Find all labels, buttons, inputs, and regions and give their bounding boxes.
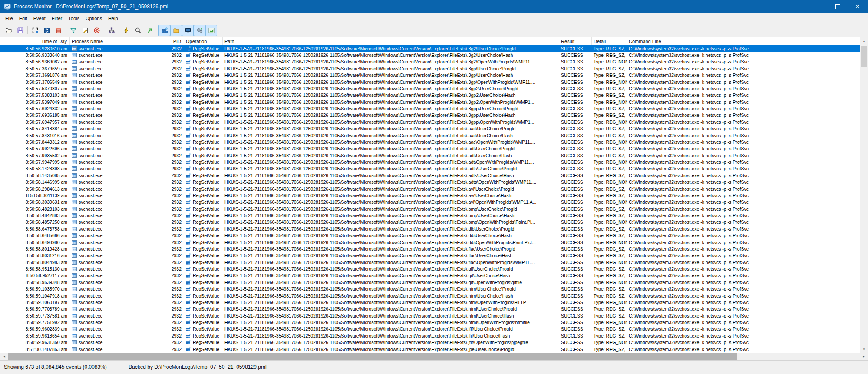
highlight-button[interactable] [79, 25, 91, 36]
maximize-button[interactable] [828, 0, 848, 13]
menu-file[interactable]: File [2, 13, 16, 24]
minimize-button[interactable] [808, 0, 828, 13]
show-file-system-activity-toggle[interactable] [170, 25, 182, 36]
process-icon [72, 313, 77, 318]
filter-button[interactable] [67, 25, 79, 36]
table-row[interactable]: 8:50:58.9539348 amsvchost.exe2932RegSetV… [0, 279, 861, 285]
table-row[interactable]: 8:50:57.9922696 amsvchost.exe2932RegSetV… [0, 146, 861, 152]
table-row[interactable]: 8:50:57.6947957 amsvchost.exe2932RegSetV… [0, 119, 861, 125]
horizontal-scroll-thumb[interactable] [8, 353, 737, 360]
column-header-pid[interactable]: PID [162, 37, 184, 45]
menu-help[interactable]: Help [105, 13, 121, 24]
path-cell: HKU\S-1-5-21-71181966-3549817066-1250281… [223, 133, 559, 138]
column-header-detail[interactable]: Detail [592, 37, 627, 45]
column-header-operation[interactable]: Operation [184, 37, 223, 45]
table-row[interactable]: 8:50:58.1423398 amsvchost.exe2932RegSetV… [0, 165, 861, 172]
process-icon [72, 240, 77, 245]
autoscroll-button[interactable] [41, 25, 53, 36]
pid-cell: 2932 [162, 146, 184, 151]
table-row[interactable]: 8:50:56.9280610 amsvchost.exe2932RegSetV… [0, 45, 861, 52]
menu-event[interactable]: Event [30, 13, 49, 24]
include-process-button[interactable] [91, 25, 102, 36]
menu-options[interactable]: Options [83, 13, 105, 24]
table-row[interactable]: 8:50:59.9618654 amsvchost.exe2932RegSetV… [0, 332, 861, 339]
table-row[interactable]: 8:50:57.9947995 amsvchost.exe2932RegSetV… [0, 159, 861, 165]
table-row[interactable]: 8:50:58.3011139 amsvchost.exe2932RegSetV… [0, 192, 861, 199]
horizontal-scrollbar[interactable]: ◀ ▶ [0, 353, 868, 360]
open-button[interactable] [3, 25, 14, 36]
table-row[interactable]: 8:50:58.6498980 amsvchost.exe2932RegSetV… [0, 239, 861, 245]
column-header-process[interactable]: Process Name [70, 37, 162, 45]
table-row[interactable]: 8:50:58.2984613 amsvchost.exe2932RegSetV… [0, 185, 861, 192]
scroll-left-arrow[interactable]: ◀ [0, 353, 8, 360]
clear-button[interactable] [53, 25, 64, 36]
table-row[interactable]: 8:50:59.1047918 amsvchost.exe2932RegSetV… [0, 292, 861, 299]
table-row[interactable]: 8:50:58.8031216 amsvchost.exe2932RegSetV… [0, 252, 861, 259]
table-row[interactable]: 8:50:58.1435085 amsvchost.exe2932RegSetV… [0, 172, 861, 179]
menu-filter[interactable]: Filter [49, 13, 65, 24]
app-icon[interactable] [4, 3, 11, 10]
capture-button[interactable] [29, 25, 41, 36]
table-row[interactable]: 8:50:58.4828103 amsvchost.exe2932RegSetV… [0, 205, 861, 212]
table-row[interactable]: 8:50:57.6936185 amsvchost.exe2932RegSetV… [0, 112, 861, 119]
table-row[interactable]: 8:50:59.7751992 amsvchost.exe2932RegSetV… [0, 319, 861, 325]
scroll-down-arrow[interactable]: ▼ [860, 345, 868, 353]
time-of-day-cell: 8:50:57.3679659 am [0, 66, 70, 71]
table-row[interactable]: 8:50:57.6924332 amsvchost.exe2932RegSetV… [0, 105, 861, 112]
close-button[interactable]: ✕ [848, 0, 868, 13]
time-of-day-cell: 8:50:57.6924332 am [0, 106, 70, 111]
table-row[interactable]: 8:50:57.5370307 amsvchost.exe2932RegSetV… [0, 85, 861, 92]
column-header-time[interactable]: Time of Day [0, 37, 70, 45]
table-row[interactable]: 8:50:58.9515130 amsvchost.exe2932RegSetV… [0, 265, 861, 272]
pid-cell: 2932 [162, 233, 184, 238]
table-row[interactable]: 8:50:59.1060197 amsvchost.exe2932RegSetV… [0, 299, 861, 305]
table-row[interactable]: 8:50:58.6473758 amsvchost.exe2932RegSetV… [0, 225, 861, 232]
table-row[interactable]: 8:50:58.8044983 amsvchost.exe2932RegSetV… [0, 259, 861, 265]
show-profiling-events-toggle[interactable] [205, 25, 217, 36]
table-row[interactable]: 8:50:58.8019428 amsvchost.exe2932RegSetV… [0, 245, 861, 252]
table-row[interactable]: 8:50:57.8431016 amsvchost.exe2932RegSetV… [0, 132, 861, 139]
table-row[interactable]: 8:50:57.3679659 amsvchost.exe2932RegSetV… [0, 65, 861, 72]
table-row[interactable]: 8:50:58.4842883 amsvchost.exe2932RegSetV… [0, 212, 861, 218]
vertical-scroll-thumb[interactable] [861, 46, 867, 67]
table-row[interactable]: 8:50:59.9602839 amsvchost.exe2932RegSetV… [0, 326, 861, 332]
table-row[interactable]: 8:51:00.1407853 amsvchost.exe2932RegSetV… [0, 346, 861, 352]
menu-edit[interactable]: Edit [16, 13, 30, 24]
table-row[interactable]: 8:50:57.3706549 amsvchost.exe2932RegSetV… [0, 79, 861, 85]
capture-events-button[interactable] [120, 25, 132, 36]
table-row[interactable]: 8:50:57.5383103 amsvchost.exe2932RegSetV… [0, 92, 861, 99]
registry-operation-icon [186, 326, 191, 331]
process-tree-button[interactable] [106, 25, 117, 36]
show-process-activity-toggle[interactable] [194, 25, 205, 36]
vertical-scrollbar[interactable]: ▲ ▼ [860, 37, 868, 353]
column-header-result[interactable]: Result [559, 37, 592, 45]
table-row[interactable]: 8:50:57.5397049 amsvchost.exe2932RegSetV… [0, 99, 861, 105]
table-row[interactable]: 8:50:59.1035970 amsvchost.exe2932RegSetV… [0, 286, 861, 292]
table-row[interactable]: 8:50:58.9527117 amsvchost.exe2932RegSetV… [0, 272, 861, 279]
table-row[interactable]: 8:50:58.3039631 amsvchost.exe2932RegSetV… [0, 199, 861, 205]
table-row[interactable]: 8:50:57.9935502 amsvchost.exe2932RegSetV… [0, 152, 861, 159]
table-row[interactable]: 8:50:59.7703789 amsvchost.exe2932RegSetV… [0, 306, 861, 312]
table-row[interactable]: 8:50:59.7737581 amsvchost.exe2932RegSetV… [0, 312, 861, 319]
menu-tools[interactable]: Tools [65, 13, 83, 24]
table-row[interactable]: 8:50:58.1446995 amsvchost.exe2932RegSetV… [0, 179, 861, 185]
column-header-command-line[interactable]: Command Line [627, 37, 861, 45]
scroll-right-arrow[interactable]: ▶ [860, 353, 868, 360]
registry-operation-icon [186, 193, 191, 198]
table-row[interactable]: 8:50:58.4857250 amsvchost.exe2932RegSetV… [0, 219, 861, 225]
scroll-up-arrow[interactable]: ▲ [860, 37, 868, 45]
table-row[interactable]: 8:50:56.9369082 amsvchost.exe2932RegSetV… [0, 59, 861, 65]
show-network-activity-toggle[interactable] [182, 25, 194, 36]
jump-to-button[interactable] [144, 25, 155, 36]
table-row[interactable]: 8:50:59.9631350 amsvchost.exe2932RegSetV… [0, 339, 861, 346]
save-button[interactable] [14, 25, 26, 36]
table-row[interactable]: 8:50:57.8443312 amsvchost.exe2932RegSetV… [0, 139, 861, 145]
table-row[interactable]: 8:50:57.8418384 amsvchost.exe2932RegSetV… [0, 126, 861, 132]
table-row[interactable]: 8:50:58.6485666 amsvchost.exe2932RegSetV… [0, 232, 861, 239]
find-icon [135, 27, 142, 34]
find-button[interactable] [132, 25, 144, 36]
table-row[interactable]: 8:50:57.3691876 amsvchost.exe2932RegSetV… [0, 72, 861, 79]
show-registry-activity-toggle[interactable] [158, 25, 170, 36]
table-row[interactable]: 8:50:56.9333640 amsvchost.exe2932RegSetV… [0, 52, 861, 58]
column-header-path[interactable]: Path [223, 37, 559, 45]
